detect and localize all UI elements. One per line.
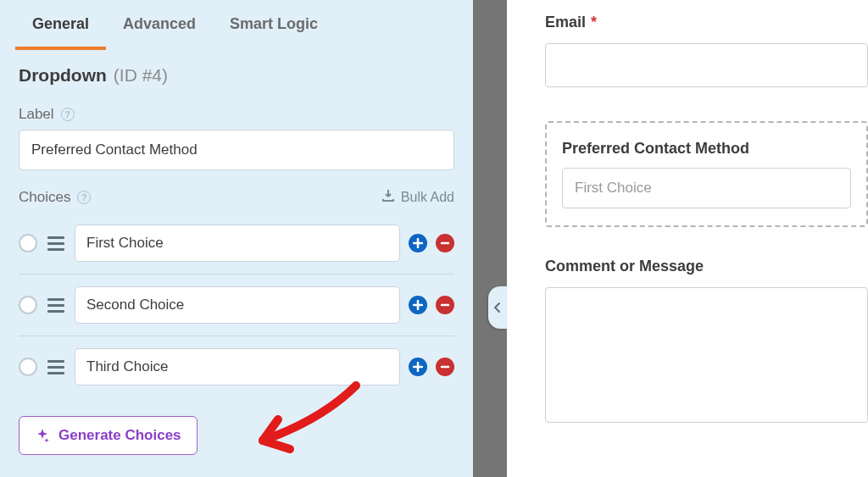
drag-handle-icon[interactable] bbox=[46, 298, 66, 313]
form-preview: Email * Preferred Contact Method First C… bbox=[507, 0, 868, 477]
chevron-left-icon bbox=[493, 302, 502, 313]
choices-list bbox=[0, 213, 473, 397]
field-title: Dropdown bbox=[19, 65, 107, 86]
choice-input[interactable] bbox=[75, 225, 400, 262]
choice-input[interactable] bbox=[75, 286, 400, 324]
required-star-icon: * bbox=[591, 14, 597, 31]
preview-comment-field[interactable]: Comment or Message bbox=[545, 258, 868, 423]
drag-handle-icon[interactable] bbox=[46, 360, 66, 374]
tab-smart-logic[interactable]: Smart Logic bbox=[213, 0, 335, 50]
default-radio[interactable] bbox=[19, 296, 37, 314]
add-choice-button[interactable] bbox=[409, 358, 427, 376]
collapse-panel-button[interactable] bbox=[488, 286, 507, 329]
tab-general[interactable]: General bbox=[15, 0, 106, 50]
bulk-add-link[interactable]: Bulk Add bbox=[382, 190, 454, 205]
label-section-label: Label ? bbox=[19, 106, 75, 123]
add-choice-button[interactable] bbox=[409, 234, 427, 252]
help-icon[interactable]: ? bbox=[77, 191, 91, 204]
remove-choice-button[interactable] bbox=[436, 234, 454, 252]
default-radio[interactable] bbox=[19, 234, 37, 252]
contact-label: Preferred Contact Method bbox=[562, 140, 851, 158]
comment-textarea[interactable] bbox=[545, 287, 868, 423]
choice-row bbox=[19, 213, 454, 274]
choices-section-label: Choices ? bbox=[19, 189, 91, 206]
choice-row bbox=[19, 336, 454, 397]
remove-choice-button[interactable] bbox=[436, 358, 454, 376]
help-icon[interactable]: ? bbox=[61, 108, 75, 121]
label-input[interactable] bbox=[19, 130, 454, 170]
settings-panel: General Advanced Smart Logic Dropdown (I… bbox=[0, 0, 473, 477]
email-input[interactable] bbox=[545, 43, 868, 87]
divider bbox=[473, 0, 507, 477]
generate-choices-button[interactable]: Generate Choices bbox=[19, 416, 198, 455]
choice-row bbox=[19, 274, 454, 336]
preview-selected-field[interactable]: Preferred Contact Method First Choice bbox=[545, 121, 868, 227]
field-title-row: Dropdown (ID #4) bbox=[0, 50, 473, 94]
tab-advanced[interactable]: Advanced bbox=[106, 0, 213, 50]
remove-choice-button[interactable] bbox=[436, 296, 454, 314]
email-label: Email bbox=[545, 14, 586, 31]
add-choice-button[interactable] bbox=[409, 296, 427, 314]
comment-label: Comment or Message bbox=[545, 258, 868, 275]
preview-email-field[interactable]: Email * bbox=[545, 14, 868, 87]
field-id: (ID #4) bbox=[114, 65, 168, 86]
dropdown-preview[interactable]: First Choice bbox=[562, 168, 851, 208]
sparkle-icon bbox=[35, 428, 50, 443]
drag-handle-icon[interactable] bbox=[46, 236, 66, 251]
tabs: General Advanced Smart Logic bbox=[0, 0, 473, 50]
default-radio[interactable] bbox=[19, 358, 37, 376]
choice-input[interactable] bbox=[75, 348, 400, 385]
download-icon bbox=[382, 190, 394, 205]
